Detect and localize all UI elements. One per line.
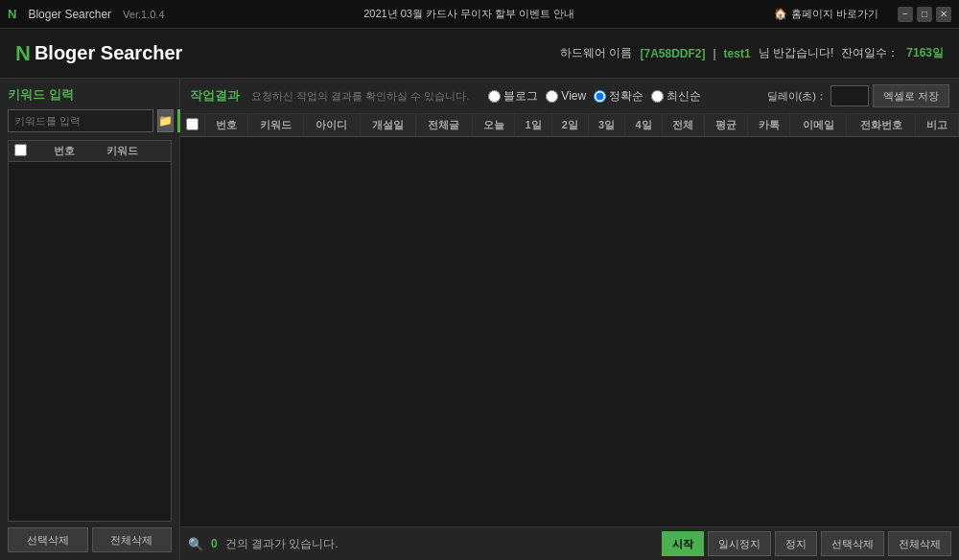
- radio-view-label: View: [561, 89, 586, 103]
- version-label: Ver.1.0.4: [123, 9, 164, 20]
- delete-selected-results-button[interactable]: 선택삭제: [821, 531, 884, 556]
- username: test1: [724, 47, 751, 60]
- window-controls: − □ ✕: [898, 7, 951, 22]
- result-col-kakao: 카톡: [747, 114, 790, 137]
- home-label: 홈페이지 바로가기: [791, 7, 878, 21]
- word-count: 7163일: [906, 45, 944, 61]
- result-col-email: 이메일: [790, 114, 847, 137]
- keyword-col-check: [9, 141, 48, 162]
- title-icon: N: [8, 7, 16, 21]
- work-result-desc: 요청하신 작업의 결과를 확인하실 수 있습니다.: [251, 89, 469, 104]
- header: N Bloger Searcher 하드웨어 이름 [7A58DDF2] | t…: [0, 29, 959, 79]
- left-panel: 키워드 입력 📁 등록 번호 키워드 선택삭제 전체삭제: [0, 79, 180, 560]
- right-panel: 작업결과 요청하신 작업의 결과를 확인하실 수 있습니다. 블로그 View …: [180, 79, 959, 560]
- select-all-keywords[interactable]: [14, 144, 27, 156]
- delay-input[interactable]: 3: [830, 85, 869, 106]
- result-col-avg: 평균: [705, 114, 748, 137]
- result-col-num: 번호: [205, 114, 248, 137]
- keyword-input[interactable]: [8, 109, 153, 132]
- result-count: 0: [211, 537, 218, 550]
- delay-group: 딜레이(초)： 3 엑셀로 저장: [767, 84, 949, 107]
- action-buttons: 시작 일시정지 정지 선택삭제 전체삭제: [662, 531, 951, 556]
- result-col-3day: 3일: [588, 114, 624, 137]
- result-col-2day: 2일: [551, 114, 588, 137]
- maximize-button[interactable]: □: [917, 7, 932, 22]
- result-col-total: 전체글: [416, 114, 473, 137]
- radio-latest[interactable]: 최신순: [651, 88, 701, 105]
- hardware-id: [7A58DDF2]: [640, 47, 705, 60]
- delete-selected-keywords-button[interactable]: 선택삭제: [8, 527, 88, 552]
- view-type-radio-group: 블로그 View 정확순 최신순: [488, 88, 701, 105]
- radio-accuracy-label: 정확순: [609, 88, 643, 105]
- result-col-note: 비고: [916, 114, 959, 137]
- search-icon: 🔍: [188, 537, 203, 551]
- result-col-keyword: 키워드: [247, 114, 304, 137]
- keyword-col-word: 키워드: [101, 141, 171, 162]
- table-bottom-bar: 🔍 0 건의 결과가 있습니다. 시작 일시정지 정지 선택삭제 전체삭제: [180, 526, 959, 560]
- logo-n: N: [15, 41, 31, 66]
- separator: |: [713, 47, 715, 60]
- user-info: 하드웨어 이름 [7A58DDF2] | test1 님 반갑습니다! 잔여일수…: [560, 45, 944, 61]
- close-button[interactable]: ✕: [936, 7, 951, 22]
- radio-latest-input[interactable]: [651, 90, 664, 103]
- file-button[interactable]: 📁: [157, 109, 174, 132]
- notice-text: 2021년 03월 카드사 무이자 할부 이벤트 안내: [176, 7, 762, 21]
- main-content: 키워드 입력 📁 등록 번호 키워드 선택삭제 전체삭제: [0, 79, 959, 560]
- radio-accuracy[interactable]: 정확순: [594, 88, 643, 105]
- stop-button[interactable]: 정지: [775, 531, 817, 556]
- hardware-label: 하드웨어 이름: [560, 45, 632, 61]
- result-col-phone: 전화번호: [846, 114, 916, 137]
- radio-view[interactable]: View: [546, 89, 586, 103]
- logo: N Bloger Searcher: [15, 41, 182, 66]
- radio-blog-label: 블로그: [503, 88, 538, 105]
- result-col-id: 아이디: [304, 114, 361, 137]
- result-col-date: 개설일: [360, 114, 416, 137]
- work-result-title: 작업결과: [190, 87, 240, 105]
- delete-all-results-button[interactable]: 전체삭제: [888, 531, 951, 556]
- excel-save-button-top[interactable]: 엑셀로 저장: [873, 84, 949, 107]
- radio-latest-label: 최신순: [667, 88, 701, 105]
- result-table: 번호 키워드 아이디 개설일 전체글 오늘 1일 2일 3일 4일 전체 평균 …: [180, 114, 959, 137]
- greeting: 님 반갑습니다!: [759, 45, 834, 61]
- pause-button[interactable]: 일시정지: [708, 531, 771, 556]
- result-col-check: [180, 114, 205, 137]
- home-icon: 🏠: [774, 8, 787, 20]
- result-col-today: 오늘: [472, 114, 515, 137]
- keyword-bottom-buttons: 선택삭제 전체삭제: [8, 527, 172, 552]
- radio-view-input[interactable]: [546, 90, 558, 103]
- app-name-title: Bloger Searcher: [28, 8, 111, 21]
- keyword-input-row: 📁 등록: [8, 109, 172, 132]
- result-col-4day: 4일: [625, 114, 662, 137]
- radio-blog[interactable]: 블로그: [488, 88, 538, 105]
- logo-title: Bloger Searcher: [35, 42, 183, 64]
- keyword-col-num: 번호: [48, 141, 101, 162]
- delete-all-keywords-button[interactable]: 전체삭제: [92, 527, 173, 552]
- radio-accuracy-input[interactable]: [594, 90, 606, 103]
- word-count-prefix: 잔여일수：: [841, 45, 899, 61]
- title-bar: N Bloger Searcher Ver.1.0.4 2021년 03월 카드…: [0, 0, 959, 29]
- home-button[interactable]: 🏠 홈페이지 바로가기: [774, 7, 878, 21]
- select-all-results[interactable]: [186, 118, 199, 130]
- delay-label: 딜레이(초)：: [767, 89, 827, 104]
- minimize-button[interactable]: −: [898, 7, 913, 22]
- result-col-all: 전체: [662, 114, 705, 137]
- result-text: 건의 결과가 있습니다.: [225, 536, 339, 552]
- start-button[interactable]: 시작: [662, 531, 704, 556]
- keyword-input-title: 키워드 입력: [8, 86, 172, 104]
- data-table-container: 번호 키워드 아이디 개설일 전체글 오늘 1일 2일 3일 4일 전체 평균 …: [180, 114, 959, 526]
- result-col-1day: 1일: [515, 114, 551, 137]
- keyword-table: 번호 키워드: [8, 140, 172, 522]
- work-result-header: 작업결과 요청하신 작업의 결과를 확인하실 수 있습니다. 블로그 View …: [180, 79, 959, 114]
- radio-blog-input[interactable]: [488, 90, 501, 103]
